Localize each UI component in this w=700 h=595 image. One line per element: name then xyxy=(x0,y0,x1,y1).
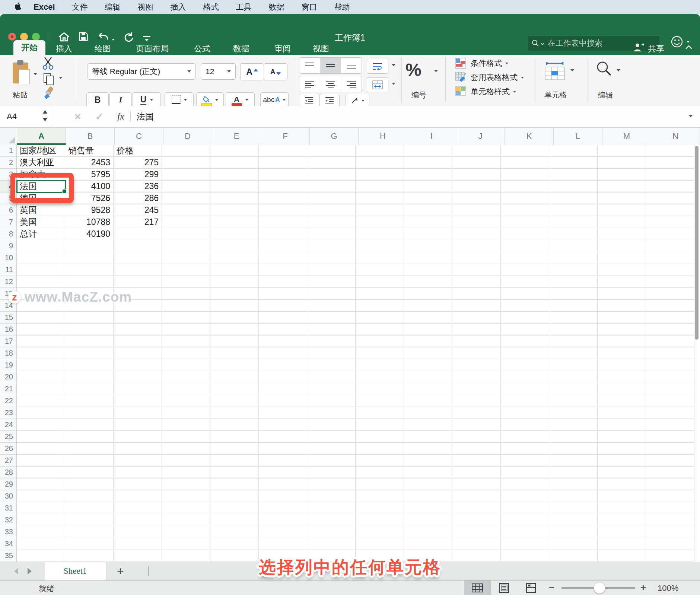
cell-N2[interactable] xyxy=(646,157,694,169)
cell-G6[interactable] xyxy=(307,204,356,216)
cell-C12[interactable] xyxy=(114,276,162,288)
cell-G10[interactable] xyxy=(307,252,356,264)
cell-I17[interactable] xyxy=(404,335,452,347)
cell-I34[interactable] xyxy=(404,538,452,550)
cell-K9[interactable] xyxy=(501,240,549,252)
sheet-tab-sheet1[interactable]: Sheet1 xyxy=(45,562,106,580)
row-header-16[interactable]: 16 xyxy=(0,324,17,335)
add-sheet-button[interactable]: + xyxy=(112,562,129,580)
row-header-30[interactable]: 30 xyxy=(0,490,17,502)
cell-J24[interactable] xyxy=(452,419,501,431)
cell-M18[interactable] xyxy=(598,347,646,359)
cell-B2[interactable]: 2453 xyxy=(65,157,114,169)
cell-N12[interactable] xyxy=(646,276,694,288)
borders-button[interactable] xyxy=(165,92,194,107)
cell-N3[interactable] xyxy=(646,169,694,181)
increase-font-size-button[interactable]: A xyxy=(240,63,264,80)
cell-M11[interactable] xyxy=(598,264,646,276)
cell-E9[interactable] xyxy=(210,240,259,252)
cell-I12[interactable] xyxy=(404,276,452,288)
cell-M20[interactable] xyxy=(598,371,646,383)
cell-J1[interactable] xyxy=(452,145,501,157)
cell-M30[interactable] xyxy=(598,490,646,502)
cells-button[interactable] xyxy=(543,59,567,81)
cell-G23[interactable] xyxy=(307,407,356,419)
cell-F21[interactable] xyxy=(259,383,307,395)
underline-button[interactable]: U xyxy=(133,92,161,107)
cell-L10[interactable] xyxy=(549,252,598,264)
cell-N29[interactable] xyxy=(646,478,694,490)
zoom-out-button[interactable]: − xyxy=(549,582,554,594)
cell-B29[interactable] xyxy=(65,478,114,490)
cell-I30[interactable] xyxy=(404,490,452,502)
name-box-up-spinner[interactable] xyxy=(43,110,47,114)
cell-I7[interactable] xyxy=(404,216,452,228)
paste-button[interactable] xyxy=(13,60,30,84)
row-header-31[interactable]: 31 xyxy=(0,502,17,514)
feedback-smiley-icon[interactable] xyxy=(670,35,684,48)
cell-F34[interactable] xyxy=(259,538,307,550)
cell-D11[interactable] xyxy=(162,264,210,276)
cell-G25[interactable] xyxy=(307,431,356,443)
cell-J21[interactable] xyxy=(452,383,501,395)
cell-A19[interactable] xyxy=(17,359,65,371)
cell-D15[interactable] xyxy=(162,312,210,324)
cell-L15[interactable] xyxy=(549,312,598,324)
cell-N19[interactable] xyxy=(646,359,694,371)
cell-E33[interactable] xyxy=(210,526,259,538)
align-left-button[interactable] xyxy=(299,76,320,92)
cell-F3[interactable] xyxy=(259,169,307,181)
cell-L29[interactable] xyxy=(549,478,598,490)
cell-J3[interactable] xyxy=(452,169,501,181)
cell-K11[interactable] xyxy=(501,264,549,276)
cell-E22[interactable] xyxy=(210,395,259,407)
paste-caret[interactable] xyxy=(34,73,37,75)
row-header-11[interactable]: 11 xyxy=(0,264,17,276)
cell-J6[interactable] xyxy=(452,204,501,216)
cell-N6[interactable] xyxy=(646,204,694,216)
enter-icon[interactable]: ✓ xyxy=(95,111,104,123)
cell-F31[interactable] xyxy=(259,502,307,514)
menu-item-window[interactable]: 窗口 xyxy=(302,2,317,12)
column-header-H[interactable]: H xyxy=(359,128,407,145)
cell-N23[interactable] xyxy=(646,407,694,419)
row-header-7[interactable]: 7 xyxy=(0,216,17,228)
page-break-view-button[interactable] xyxy=(518,580,544,595)
cell-F1[interactable] xyxy=(259,145,307,157)
cell-E35[interactable] xyxy=(210,550,259,562)
cell-M22[interactable] xyxy=(598,395,646,407)
cell-A12[interactable] xyxy=(17,276,65,288)
cell-E16[interactable] xyxy=(210,324,259,335)
cell-F20[interactable] xyxy=(259,371,307,383)
row-header-1[interactable]: 1 xyxy=(0,145,17,157)
cell-K34[interactable] xyxy=(501,538,549,550)
align-middle-button[interactable] xyxy=(320,57,341,74)
row-header-20[interactable]: 20 xyxy=(0,371,17,383)
cell-C20[interactable] xyxy=(114,371,162,383)
cell-H10[interactable] xyxy=(356,252,404,264)
column-header-F[interactable]: F xyxy=(261,128,310,145)
cell-C30[interactable] xyxy=(114,490,162,502)
increase-indent-button[interactable] xyxy=(319,94,340,107)
cell-C10[interactable] xyxy=(114,252,162,264)
conditional-format-button[interactable]: 条件格式 xyxy=(455,57,508,70)
cell-C5[interactable]: 286 xyxy=(114,192,162,204)
cell-N10[interactable] xyxy=(646,252,694,264)
italic-button[interactable]: I xyxy=(109,92,132,107)
cell-A17[interactable] xyxy=(17,335,65,347)
cell-F17[interactable] xyxy=(259,335,307,347)
cell-N35[interactable] xyxy=(646,550,694,562)
cell-G9[interactable] xyxy=(307,240,356,252)
cell-B11[interactable] xyxy=(65,264,114,276)
cell-F13[interactable] xyxy=(259,288,307,300)
cell-D1[interactable] xyxy=(162,145,210,157)
cell-D32[interactable] xyxy=(162,514,210,526)
cell-E25[interactable] xyxy=(210,431,259,443)
cell-I2[interactable] xyxy=(404,157,452,169)
cell-J25[interactable] xyxy=(452,431,501,443)
cell-D22[interactable] xyxy=(162,395,210,407)
cell-F24[interactable] xyxy=(259,419,307,431)
cell-M7[interactable] xyxy=(598,216,646,228)
cell-D33[interactable] xyxy=(162,526,210,538)
column-header-A[interactable]: A xyxy=(17,128,66,145)
